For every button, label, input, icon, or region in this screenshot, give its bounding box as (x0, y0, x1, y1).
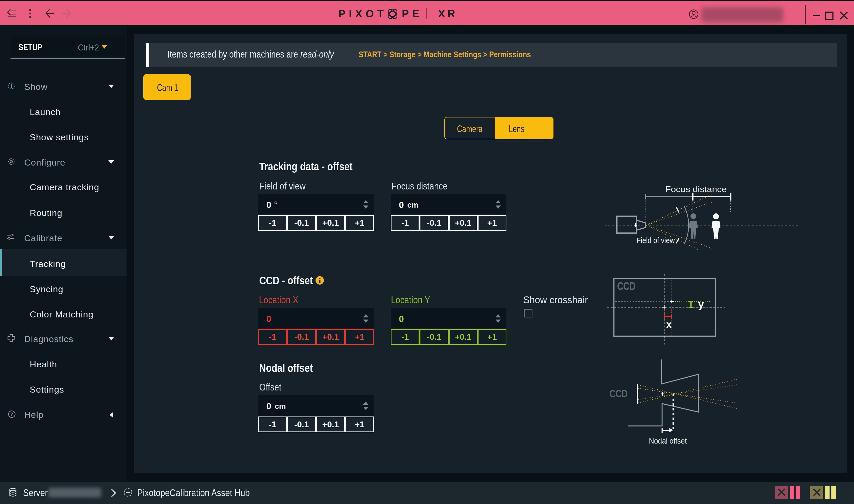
svg-text:?: ? (11, 412, 13, 417)
svg-text:x: x (666, 319, 672, 330)
svg-text:Field of view: Field of view (637, 236, 675, 245)
svg-text:Nodal offset: Nodal offset (649, 436, 687, 445)
svg-text:Focus distance: Focus distance (665, 184, 727, 194)
svg-text:CCD: CCD (617, 280, 635, 292)
svg-text:CCD: CCD (609, 388, 628, 399)
svg-text:y: y (698, 299, 704, 310)
